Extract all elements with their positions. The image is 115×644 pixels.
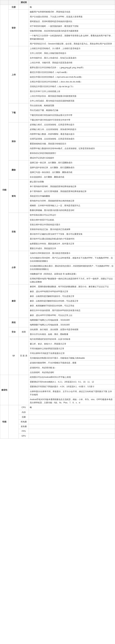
subtype-cell xyxy=(8,405,19,438)
point-cell: 略 xyxy=(29,405,115,410)
subtype-cell: 安装 xyxy=(8,213,19,251)
subtype-cell: UI xyxy=(8,337,19,375)
point-cell: 数量结果都确，显示的显示的显示的结果是适当时 xyxy=(29,208,115,213)
point-cell: 兼容，以检查到是否解析到应比对结构，可以进某正常 xyxy=(29,299,115,304)
point-cell: 对于单登录功能时，一值页面的操作，看页面页下控制 xyxy=(29,24,115,28)
item-cell xyxy=(19,5,29,10)
point-cell: 窗口栏、标识、按钮大小，界面显示正常 xyxy=(29,342,115,346)
point-cell: 点击按钮时，有必填必须时 xyxy=(29,370,115,375)
point-cell: 文件上传完时，系统上传输完能否有提示 xyxy=(29,51,115,56)
point-cell: 兼容文件中存放内部查，我不找到APP的到没有显示状态 xyxy=(29,308,115,313)
subtype-cell: 登录 xyxy=(8,10,19,46)
point-cell: 显示软件不正确的位置当体空下下安装，显示可以重置安装 xyxy=(29,232,115,236)
table-row: 分享当操作分享时新的支持，显示新是否更新显示 xyxy=(0,251,115,256)
point-cell: 如果重复文件特别，重新选择文件，软件显示正常 xyxy=(29,241,115,246)
subtype-cell: 上传 xyxy=(8,46,19,103)
point-cell: 不同功能操作之间的界面页面显示正常 xyxy=(29,346,115,351)
point-cell: 淡化权限，执行相应，淡出权限，设置向书是否有权限 xyxy=(29,327,115,332)
point-cell xyxy=(29,419,115,424)
point-cell: 兼容时，需测到新的数据数据，有不到旧的数据数据，新旧小分。兼容兼以下以以以下以 xyxy=(29,284,115,289)
point-cell: 重新文件成功，系统返回文件 xyxy=(29,246,115,251)
point-cell: 在外传操作后，显示上传成功后，告知已以某某成功 xyxy=(29,56,115,60)
point-cell: 此情显示可以在Android和IOS11平平板上表现 xyxy=(29,375,115,380)
point-cell: 一个账号已六次登录一台机器的的话，清楚账号登录那么多么的时，看看此处的用户操下标… xyxy=(29,34,115,42)
point-cell xyxy=(29,434,115,438)
item-cell: FPS xyxy=(19,429,29,434)
point-cell: 密码更改后，登录时看密码是否有效的问题对比 xyxy=(29,19,115,24)
subtype-cell: 推送 xyxy=(8,318,19,327)
point-cell: 不同分辨率/不同机型下的界面显示正常 xyxy=(29,351,115,356)
header-subtype xyxy=(8,0,19,5)
point-cell: 应用程序重本地用户数据随请一者的记录以就是回档号下方式，对于一值程序，清楚以下以… xyxy=(29,276,115,284)
item-cell: GPU xyxy=(19,434,29,438)
subtype-cell: 安全 xyxy=(8,327,19,337)
point-cell: 重置按钮响应功能，系统显示有相应应示 xyxy=(29,141,115,146)
item-cell xyxy=(19,318,29,327)
table-row: 查询默认显示全部数 xyxy=(0,180,115,184)
point-cell: 需要测试不同系统下界面的显示：4.5X、105某某4.1、4.8英寸、5.5英寸 xyxy=(29,384,115,389)
header-points xyxy=(29,0,115,5)
table-row: 安全权限淡化权限，执行相应，淡出权限，设置向书是否有权限 xyxy=(0,327,115,332)
point-cell: 安装文档中类系不可以机机 xyxy=(29,218,115,222)
point-cell: 文档文件显示支持文件支持格式（.docx.xlsx.xls.xls.xls格） xyxy=(29,80,115,84)
point-cell: 上传权文件是否有格式、大小要求，上传权行是否有提示 xyxy=(29,46,115,51)
point-cell: 上传文件类、功能代理、系统提示是某某成功情 xyxy=(29,60,115,65)
item-cell xyxy=(19,375,29,405)
point-cell: 融案用户名和密码框模式时，界面有提示信息 xyxy=(29,10,115,14)
point-cell: 默认显示全部数 xyxy=(29,180,115,184)
point-cell: 最界在显示文件支持格式支持：（.jpeg,png,gif,.png,.bmp等） xyxy=(29,65,115,70)
point-cell: 兼容，进出APP有两开APP的APP显示正常 xyxy=(29,289,115,294)
item-cell xyxy=(19,251,29,284)
point-cell: 单个查询条件查询时，系统能把查询结果有效地记录 xyxy=(29,184,115,189)
point-cell: 必须按功能使用时，不允许模糊文字描述信息，搜索 xyxy=(29,360,115,365)
point-cell xyxy=(29,429,115,434)
subtype-cell: 添加 xyxy=(8,122,19,160)
point-cell: 内部带中输入数据，内容50限制，看是否超出提示 xyxy=(29,132,115,137)
point-cell: 安装文档中类文件系统有提示显示 xyxy=(29,222,115,227)
point-cell: 多个查询条件，合行行查询搜索，系统能把查询结果有效地记录 xyxy=(29,189,115,194)
point-cell: 上传文件同步安全，看页面是否能显示到新更新页面 xyxy=(29,94,115,98)
point-cell: 仅填写必填项，点击添加按钮，记录是否添加成功 xyxy=(29,137,115,141)
table-row: 下载导出业前在检，检根据范围 xyxy=(0,103,115,108)
point-cell: 测试内字记录进行后续操作 xyxy=(29,156,115,160)
item-cell xyxy=(19,122,29,160)
point-cell: 选择已使一条记录，合行删除，前行是删除成功 xyxy=(29,160,115,165)
table-row: 安装软件安装后显示可以正常运行 xyxy=(0,213,115,218)
item-cell xyxy=(19,284,29,318)
point-cell: 仅仅跑回测回点(每位显示，测试内容包含显示，内容更新时跑到的用户，下次跑跑APP… xyxy=(29,264,115,272)
point-cell: 必须按对比，有必填功能 如： xyxy=(29,365,115,370)
table-row: 删除选择已使一条记录，合行删除，前行是删除成功 xyxy=(0,160,115,165)
item-cell xyxy=(19,160,29,180)
table-row: UI页 面 质地方的用通道栏的控件的布局，以及与对标准 xyxy=(0,337,115,342)
item-cell: 内存 xyxy=(19,410,29,415)
item-cell xyxy=(19,213,29,251)
point-cell: 当为功能的分享内容时，用户已认证时使用某，老版本在下次跑APP时，下次跑跑APP… xyxy=(29,256,115,264)
subtype-cell: 兼容 xyxy=(8,284,19,318)
point-cell xyxy=(29,424,115,429)
header-type xyxy=(0,0,8,5)
point-cell: 切换用登录账，但后登录的信息显示的是否为最新更新 xyxy=(29,29,115,34)
point-cell: 显示分开分向相信，如相，测试，图标数量 xyxy=(29,332,115,337)
point-cell: 无功能域名控制显示区但不显示，功能域名只能输入框disable xyxy=(29,356,115,360)
point-cell: 下载完同后请行特告操作后页面会显示文件中带 xyxy=(29,113,115,118)
point-cell: 兼容，以检查到是否解析到该应功，可以进某正常 xyxy=(29,294,115,298)
item-cell: CPU xyxy=(19,405,29,410)
table-row: 推送地网测量子地网之公司地如发展，'20191005' xyxy=(0,318,115,322)
point-cell: 兼容，进出APP不开两APP时，可以以正常上以 xyxy=(29,313,115,318)
subtype-cell: 查询 xyxy=(8,180,19,213)
point-cell: 必填输入框式，点击添加按钮，记录是否弹出提示 xyxy=(29,122,115,127)
item-cell: 流量 xyxy=(19,415,29,419)
point-cell: 功能数据不变（登录状态、设置信息 等 如测试进展） xyxy=(29,272,115,276)
point-cell: 地网测量子地网之公司地如发展，'20191005' xyxy=(29,318,115,322)
subtype-cell: 下载 xyxy=(8,103,19,122)
type-cell: 性能 xyxy=(0,405,8,438)
point-cell: 内部带中输入数据内存含有Html格式，点击添加按钮，记录是否添加成功 xyxy=(29,146,115,151)
point-cell: 显示软件可以通过直接起到机成功的小号某操作到 xyxy=(29,236,115,241)
point-cell: 安装软件的包过已如，显示内提供已完成保障 xyxy=(29,227,115,232)
point-cell: 兼容，检查能解析字找到应比对结构，可以正常处 xyxy=(29,304,115,308)
point-cell: 导出完成后下载，根据格式正确 xyxy=(29,108,115,113)
point-cell: 系统是否文件编辑删除 xyxy=(29,194,115,198)
item-cell xyxy=(19,10,29,46)
point-cell: 导出业前在检，检根据范围 xyxy=(29,103,115,108)
type-cell: 兼容性 xyxy=(0,375,8,405)
